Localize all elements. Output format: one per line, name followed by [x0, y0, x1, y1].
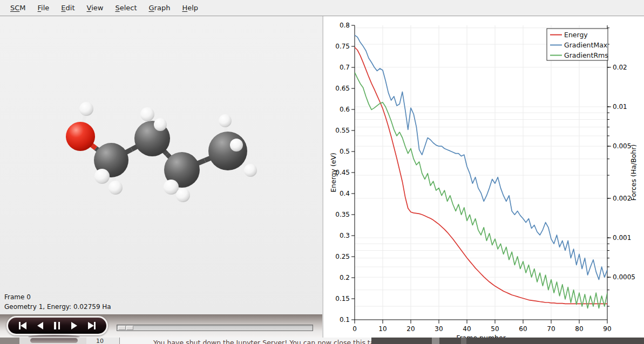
strip-notch	[461, 338, 466, 344]
y-right-tick-label: 0.02	[613, 64, 627, 71]
slider-thumb-cell[interactable]	[118, 326, 126, 330]
y-left-tick-label: 0.15	[335, 295, 350, 302]
legend-label-gradientrms: GradientRms	[564, 51, 608, 59]
legend-label-gradientmax: GradientMax	[564, 41, 607, 49]
x-tick-label: 10	[378, 325, 387, 333]
atom-H[interactable]	[109, 181, 123, 195]
menu-item-scm[interactable]: SCM	[4, 0, 32, 16]
play-icon	[71, 322, 77, 329]
strip-segment	[19, 338, 86, 344]
y-left-tick-label: 0.5	[340, 148, 350, 155]
step-back-icon	[37, 322, 43, 329]
y-left-tick-label: 0.35	[335, 211, 350, 218]
frame-status: Frame 0 Geometry 1, Energy: 0.02759 Ha	[4, 292, 111, 312]
strip-notch	[432, 338, 439, 344]
skip-end-icon	[88, 322, 96, 329]
y-left-tick-label: 0.6	[340, 106, 350, 113]
heavy-atoms	[66, 121, 247, 188]
playback-control-band	[0, 314, 322, 338]
skip-start-icon	[19, 322, 26, 329]
y-left-tick-label: 0.65	[335, 85, 350, 92]
previous-frame-button[interactable]	[37, 321, 43, 330]
atom-H[interactable]	[230, 139, 243, 152]
background-window-strip: 10 You have shut down the Jupyter Server…	[0, 338, 644, 344]
atom-H[interactable]	[244, 164, 257, 177]
x-tick-label: 80	[575, 325, 583, 333]
atom-H[interactable]	[154, 118, 167, 131]
slider-thumb-cell[interactable]	[126, 326, 134, 330]
menu-bar: SCMFileEditViewSelectGraphHelp	[0, 0, 644, 16]
x-tick-label: 60	[519, 325, 527, 333]
chart-legend: EnergyGradientMaxGradientRms	[547, 29, 608, 60]
x-tick-label: 50	[491, 325, 499, 333]
y-right-tick-label: 0.005	[613, 142, 631, 150]
skip-to-first-button[interactable]	[19, 321, 26, 330]
y-left-tick-label: 0.45	[335, 169, 350, 176]
player-controls	[6, 316, 108, 335]
y-left-tick-label: 0.75	[335, 43, 350, 50]
y-left-axis-title: Energy (eV)	[329, 153, 337, 192]
x-tick-label: 40	[463, 325, 471, 333]
atom-H[interactable]	[176, 188, 190, 202]
y-right-tick-label: 0.01	[613, 103, 627, 111]
y-right-axis-title: Forces (Ha/Bohr)	[629, 145, 638, 201]
series-gradientmax	[355, 35, 607, 279]
convergence-chart-panel: 0.80.750.70.650.60.550.50.450.40.350.30.…	[324, 17, 644, 344]
amsmovie-window: SCMFileEditViewSelectGraphHelp Frame 0 G…	[0, 0, 644, 344]
x-tick-label: 0	[352, 325, 357, 333]
jupyter-shutdown-message: You have shut down the Jupyter Server! Y…	[153, 339, 371, 344]
player-reflection-remnant	[30, 338, 78, 343]
frame-slider-thumb[interactable]	[118, 326, 134, 330]
y-right-tick-label: 0.002	[613, 195, 631, 202]
x-tick-label: 90	[603, 325, 611, 333]
chart-series	[355, 35, 607, 308]
pause-button[interactable]	[54, 321, 60, 330]
y-left-tick-label: 0.55	[335, 127, 350, 134]
pause-icon	[54, 322, 60, 329]
y-left-tick-label: 0.2	[340, 274, 350, 281]
y-left-tick-label: 0.3	[340, 232, 350, 239]
y-left-tick-label: 0.8	[340, 22, 350, 29]
geometry-energy-label: Geometry 1, Energy: 0.02759 Ha	[4, 302, 111, 312]
series-gradientrms	[355, 72, 607, 308]
atom-H[interactable]	[94, 169, 110, 184]
menu-item-file[interactable]: File	[32, 0, 56, 16]
skip-to-last-button[interactable]	[88, 321, 96, 330]
menu-item-view[interactable]: View	[81, 0, 110, 16]
frame-number-label: Frame 0	[4, 292, 111, 302]
convergence-chart[interactable]: 0.80.750.70.650.60.550.50.450.40.350.30.…	[324, 17, 644, 344]
atom-H[interactable]	[140, 107, 154, 121]
x-tick-label: 70	[547, 325, 555, 333]
atom-H[interactable]	[79, 102, 93, 116]
gridlines	[355, 25, 607, 320]
y-left-tick-label: 0.7	[340, 64, 350, 71]
menu-item-graph[interactable]: Graph	[143, 0, 177, 16]
atom-C[interactable]	[208, 132, 247, 170]
legend-label-energy: Energy	[564, 31, 588, 39]
strip-taskbar-segment	[371, 338, 644, 344]
menu-item-help[interactable]: Help	[176, 0, 204, 16]
axes: 0.80.750.70.650.60.550.50.450.40.350.30.…	[329, 22, 638, 342]
frame-slider[interactable]	[117, 325, 313, 331]
y-left-tick-label: 0.25	[335, 253, 350, 260]
molecule-3d-view[interactable]	[0, 16, 322, 314]
y-left-tick-label: 0.1	[340, 316, 350, 324]
x-tick-label: 20	[406, 325, 415, 333]
y-right-tick-label: 0.001	[613, 234, 631, 242]
jupyter-message-area: You have shut down the Jupyter Server! Y…	[120, 338, 371, 344]
atom-H[interactable]	[164, 180, 179, 195]
x-tick-label: 30	[435, 325, 443, 333]
atom-H[interactable]	[219, 114, 232, 127]
y-left-tick-label: 0.4	[340, 190, 350, 197]
strip-segment	[0, 338, 19, 344]
jupyter-cell-number: 10	[86, 338, 120, 344]
atom-O[interactable]	[66, 122, 95, 151]
molecule-viewer-panel[interactable]: Frame 0 Geometry 1, Energy: 0.02759 Ha	[0, 16, 322, 338]
menu-item-edit[interactable]: Edit	[55, 0, 80, 16]
y-right-tick-label: 0.0005	[613, 273, 635, 281]
play-button[interactable]	[71, 321, 77, 330]
menu-item-select[interactable]: Select	[109, 0, 143, 16]
